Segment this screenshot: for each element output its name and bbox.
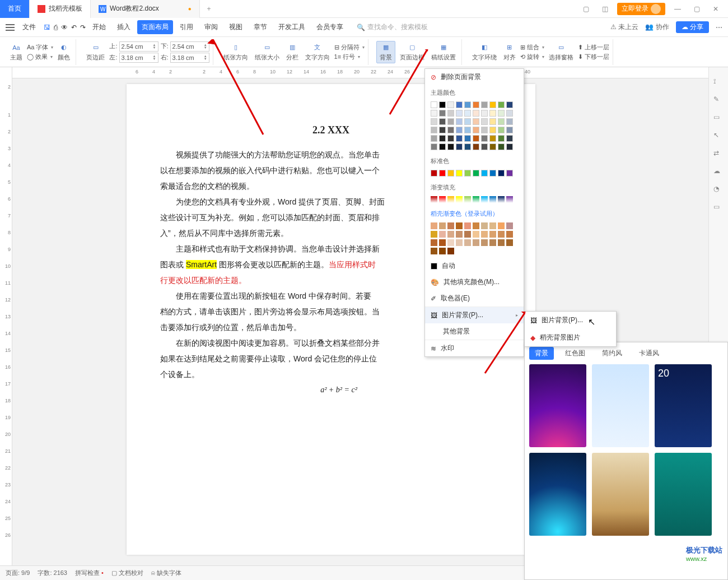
- bg-thumb[interactable]: 20: [655, 364, 712, 447]
- color-swatch[interactable]: [431, 135, 437, 142]
- docer-swatch[interactable]: [431, 239, 437, 246]
- docer-swatches[interactable]: [425, 221, 524, 258]
- color-swatch[interactable]: [447, 135, 454, 142]
- docer-swatch[interactable]: [447, 239, 454, 246]
- share-button[interactable]: ☁ 分享: [676, 21, 709, 33]
- menu-view[interactable]: 视图: [225, 20, 247, 34]
- color-swatch[interactable]: [456, 110, 463, 117]
- color-swatch[interactable]: [506, 127, 513, 133]
- pen-icon[interactable]: ✎: [713, 95, 724, 105]
- hamburger-icon[interactable]: [6, 24, 15, 31]
- color-swatch[interactable]: [481, 101, 488, 108]
- collab-button[interactable]: 👥 协作: [645, 22, 669, 32]
- color-swatch[interactable]: [439, 143, 446, 150]
- gradient-swatch[interactable]: [498, 196, 505, 203]
- color-swatch[interactable]: [456, 127, 463, 133]
- menu-file[interactable]: 文件: [18, 20, 40, 34]
- docer-swatch[interactable]: [506, 222, 513, 229]
- docer-swatch[interactable]: [498, 231, 505, 238]
- docer-swatch[interactable]: [456, 231, 463, 238]
- docer-swatch[interactable]: [481, 222, 488, 229]
- tool-icon[interactable]: ▭: [713, 203, 724, 213]
- color-swatch[interactable]: [473, 101, 479, 108]
- docer-swatch[interactable]: [473, 222, 479, 229]
- margin-left-input[interactable]: 3.18 cm▲▼: [119, 53, 158, 63]
- color-swatch[interactable]: [464, 118, 471, 125]
- color-swatch[interactable]: [498, 101, 505, 108]
- bg-thumb[interactable]: [655, 453, 712, 536]
- eyedropper-item[interactable]: ✐取色器(E): [425, 290, 524, 307]
- docer-swatch[interactable]: [456, 239, 463, 246]
- docer-swatch[interactable]: [464, 231, 471, 238]
- color-swatch[interactable]: [456, 170, 463, 177]
- bgtab-bg[interactable]: 背景: [529, 347, 554, 360]
- color-swatch[interactable]: [439, 110, 446, 117]
- docer-swatch[interactable]: [489, 231, 496, 238]
- margin-bottom-input[interactable]: 2.54 cm▲▼: [170, 41, 209, 52]
- color-swatch[interactable]: [431, 118, 437, 125]
- print-icon[interactable]: ⎙: [54, 24, 58, 31]
- watermark-item[interactable]: ≋水印: [425, 340, 524, 356]
- login-button[interactable]: 立即登录: [617, 3, 665, 15]
- columns-button[interactable]: ▥分栏: [284, 43, 301, 62]
- layout-icon[interactable]: ▢: [579, 2, 592, 16]
- effect-dropdown[interactable]: ◯ 效果▾: [27, 53, 53, 61]
- preview-icon[interactable]: 👁: [61, 24, 68, 31]
- tab-document[interactable]: W Word教程2.docx ●: [91, 0, 200, 18]
- color-swatch[interactable]: [431, 143, 437, 150]
- menu-insert[interactable]: 插入: [113, 20, 135, 34]
- color-swatch[interactable]: [447, 110, 454, 117]
- margin-top-input[interactable]: 2.54 cm▲▼: [119, 41, 158, 52]
- bg-thumb[interactable]: [592, 453, 649, 536]
- color-swatch[interactable]: [447, 101, 454, 108]
- menu-member[interactable]: 会员专享: [312, 20, 348, 34]
- color-swatch[interactable]: [498, 135, 505, 142]
- undo-icon[interactable]: ↶: [71, 24, 77, 31]
- docer-swatch[interactable]: [431, 231, 437, 238]
- color-swatch[interactable]: [481, 127, 488, 133]
- breaks-button[interactable]: ⊟ 分隔符▾: [334, 43, 365, 52]
- auto-item[interactable]: 自动: [425, 258, 524, 274]
- docer-swatch[interactable]: [481, 231, 488, 238]
- color-swatch[interactable]: [439, 118, 446, 125]
- gradient-swatches[interactable]: [425, 195, 524, 206]
- color-swatch[interactable]: [456, 101, 463, 108]
- color-swatch[interactable]: [439, 170, 446, 177]
- docer-swatch[interactable]: [481, 239, 488, 246]
- minimize-button[interactable]: —: [671, 2, 684, 16]
- background-button[interactable]: ▩背景: [376, 41, 395, 63]
- bgtab-red[interactable]: 红色图: [559, 347, 591, 360]
- settings-icon[interactable]: ⇄: [713, 149, 724, 159]
- gradient-swatch[interactable]: [447, 196, 454, 203]
- color-swatch[interactable]: [481, 110, 488, 117]
- color-swatch[interactable]: [464, 101, 471, 108]
- color-swatch[interactable]: [506, 118, 513, 125]
- gradient-swatch[interactable]: [506, 196, 513, 203]
- wrap-button[interactable]: ◧文字环绕: [470, 43, 499, 62]
- color-swatch[interactable]: [489, 110, 496, 117]
- docer-swatch[interactable]: [489, 239, 496, 246]
- command-search[interactable]: 🔍 查找命令、搜索模板: [357, 22, 428, 32]
- docer-swatch[interactable]: [473, 239, 479, 246]
- docer-swatch[interactable]: [456, 222, 463, 229]
- remove-bg-item[interactable]: ⊘删除页面背景: [425, 69, 524, 85]
- docer-swatch[interactable]: [498, 222, 505, 229]
- color-swatch[interactable]: [489, 127, 496, 133]
- docer-swatch[interactable]: [464, 239, 471, 246]
- color-swatch[interactable]: [498, 127, 505, 133]
- save-icon[interactable]: 🖫: [44, 24, 50, 31]
- ribbon-more-icon[interactable]: ⋯: [716, 24, 722, 31]
- sendback-button[interactable]: ⬇ 下移一层: [578, 53, 609, 61]
- standard-swatches[interactable]: [425, 169, 524, 180]
- color-swatch[interactable]: [489, 143, 496, 150]
- color-swatch[interactable]: [498, 110, 505, 117]
- menu-review[interactable]: 审阅: [200, 20, 222, 34]
- redo-icon[interactable]: ↷: [80, 24, 86, 31]
- color-swatch[interactable]: [439, 127, 446, 133]
- close-button[interactable]: ✕: [709, 2, 722, 16]
- color-swatch[interactable]: [464, 110, 471, 117]
- color-swatch[interactable]: [431, 170, 437, 177]
- horizontal-ruler[interactable]: 642 246 81012 141618 202224 2640: [12, 67, 708, 78]
- textdir-button[interactable]: 文文字方向: [303, 43, 332, 62]
- selectionpane-button[interactable]: ▭选择窗格: [547, 43, 576, 62]
